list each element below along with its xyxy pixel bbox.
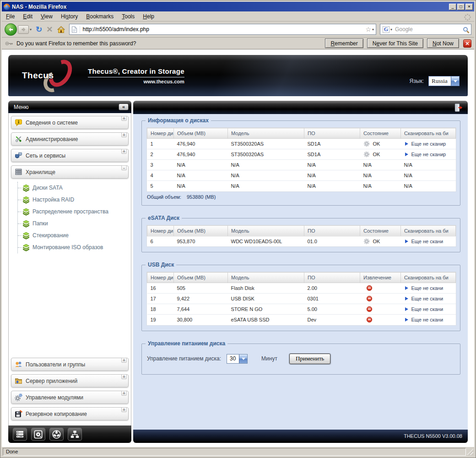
- expand-toggle-icon[interactable]: +: [121, 132, 127, 137]
- table-cell: 2.00: [304, 283, 360, 294]
- expand-toggle-icon[interactable]: +: [121, 407, 127, 412]
- table-row: 16505Flash Disk2.00Еще не скани: [147, 283, 456, 294]
- sidebar-item-распределение-пространства[interactable]: Распределение пространства: [18, 206, 129, 218]
- minutes-select[interactable]: 30: [227, 354, 248, 364]
- sidebar-item-папки[interactable]: Папки: [18, 218, 129, 229]
- eject-icon[interactable]: [366, 295, 373, 302]
- sidebar-section-администрирование[interactable]: Администрирование+: [11, 132, 129, 146]
- disk-status-button[interactable]: [31, 428, 45, 441]
- menu-item-help[interactable]: Help: [139, 12, 158, 21]
- remember-button[interactable]: Remember: [325, 38, 363, 48]
- sidebar-collapse-button[interactable]: «: [119, 104, 129, 110]
- play-icon[interactable]: [405, 286, 408, 290]
- main-content: Информация о дискахНомер диОбъем (MB)Мод…: [133, 114, 468, 430]
- menu-item-view[interactable]: View: [37, 12, 57, 21]
- sidebar-section-сведения-о-системе[interactable]: Сведения о системе+: [11, 116, 129, 129]
- eject-icon[interactable]: [366, 316, 373, 323]
- expand-toggle-icon[interactable]: +: [121, 374, 127, 379]
- table-row: 2476,940ST3500320ASSD1AOKЕще не сканир: [147, 149, 456, 160]
- table-cell: STORE N GO: [228, 304, 304, 315]
- apply-button[interactable]: Применить: [289, 354, 330, 364]
- maximize-button[interactable]: □: [457, 4, 465, 10]
- scan-status-text: Еще не скани: [411, 239, 444, 244]
- sidebar-section-label: Пользователи и группы: [26, 361, 85, 368]
- forward-button[interactable]: [18, 25, 29, 34]
- scan-link[interactable]: Еще не сканир: [404, 152, 456, 157]
- never-for-this-site-button[interactable]: Never for This Site: [367, 38, 423, 48]
- resize-grip[interactable]: [467, 449, 473, 455]
- play-icon[interactable]: [405, 307, 408, 311]
- server-status-button[interactable]: [13, 428, 27, 441]
- sidebar-item-настройка-raid[interactable]: Настройка RAID: [18, 194, 129, 206]
- play-icon[interactable]: [405, 240, 408, 243]
- scan-link[interactable]: Еще не скани: [404, 296, 456, 301]
- menu-item-history[interactable]: History: [57, 12, 82, 21]
- search-engine-caret[interactable]: ▾: [390, 27, 392, 32]
- bookmark-star-icon[interactable]: ☆: [365, 26, 371, 33]
- network-status-button[interactable]: [68, 428, 82, 441]
- sidebar-item-монтирование-iso-образов[interactable]: Монтирование ISO образов: [18, 241, 129, 253]
- menu-item-tools[interactable]: Tools: [118, 12, 139, 21]
- play-icon[interactable]: [405, 297, 408, 300]
- search-box[interactable]: G ▾ Google: [380, 24, 471, 35]
- sidebar-item-диски-sata[interactable]: Диски SATA: [18, 182, 129, 194]
- window-title: NAS - Mozilla Firefox: [12, 4, 448, 10]
- minimize-button[interactable]: _: [449, 4, 456, 10]
- expand-toggle-icon[interactable]: +: [121, 149, 127, 154]
- logout-icon[interactable]: [453, 103, 463, 113]
- back-button[interactable]: [5, 23, 17, 36]
- home-button[interactable]: [57, 26, 65, 33]
- scan-link[interactable]: Еще не сканир: [404, 141, 456, 147]
- sidebar-section-сеть-и-сервисы[interactable]: Сеть и сервисы+: [11, 149, 129, 162]
- eject-icon[interactable]: [366, 285, 373, 291]
- url-dropdown-caret[interactable]: ▾: [372, 27, 374, 32]
- total-capacity-line: Общий объем:953880 (MB): [147, 194, 454, 200]
- tools-icon: [15, 135, 23, 143]
- sidebar-section-пользователи-и-группы[interactable]: Пользователи и группы+: [11, 358, 129, 371]
- notification-close-button[interactable]: ✕: [463, 39, 471, 48]
- menu-item-edit[interactable]: Edit: [19, 12, 37, 21]
- expand-toggle-icon[interactable]: +: [121, 391, 127, 396]
- chevron-down-icon[interactable]: [239, 354, 247, 363]
- scan-link[interactable]: Еще не скани: [404, 285, 456, 291]
- sidebar-section-хранилище[interactable]: Хранилище-: [11, 165, 129, 179]
- main-topbar: [133, 101, 468, 114]
- expand-toggle-icon[interactable]: -: [121, 165, 127, 170]
- tagline-text: Thecus®, Creator in Storage: [88, 67, 184, 77]
- table-cell: SD1A: [304, 139, 360, 149]
- sidebar-section-управление-модулями[interactable]: Управление модулями+: [11, 391, 129, 404]
- menu-item-file[interactable]: File: [2, 12, 19, 21]
- expand-toggle-icon[interactable]: +: [121, 116, 127, 121]
- play-icon[interactable]: [405, 142, 408, 146]
- title-bar[interactable]: NAS - Mozilla Firefox _ □ ×: [2, 2, 474, 11]
- language-value: Russia: [429, 76, 451, 86]
- table-row: 5N/AN/AN/AN/AN/A: [147, 181, 456, 191]
- website-text: www.thecus.com: [88, 79, 184, 84]
- scan-link[interactable]: Еще не скани: [404, 306, 456, 312]
- address-bar[interactable]: http://n5500/adm/index.php ☆ ▾: [69, 24, 376, 35]
- eject-icon[interactable]: [366, 306, 373, 312]
- chevron-down-icon[interactable]: [451, 76, 459, 86]
- sidebar-item-стекирование[interactable]: Стекирование: [18, 229, 129, 241]
- language-select[interactable]: Russia: [428, 76, 460, 86]
- reload-button[interactable]: ↻: [36, 25, 42, 34]
- menu-item-bookmarks[interactable]: Bookmarks: [82, 12, 118, 21]
- expand-toggle-icon[interactable]: +: [121, 358, 127, 363]
- scan-link[interactable]: Еще не скани: [404, 239, 456, 244]
- not-now-button[interactable]: Not Now: [427, 38, 459, 48]
- search-input[interactable]: Google: [395, 26, 463, 33]
- search-icon[interactable]: [463, 27, 468, 32]
- column-header: Объем (MB): [174, 128, 228, 139]
- url-text[interactable]: http://n5500/adm/index.php: [83, 26, 366, 33]
- fan-status-button[interactable]: [49, 428, 64, 441]
- history-dropdown-caret[interactable]: ▾: [30, 27, 32, 32]
- close-button[interactable]: ×: [465, 4, 473, 10]
- sidebar-section-резервное-копирование[interactable]: Резервное копирование+: [11, 407, 129, 420]
- play-icon[interactable]: [405, 318, 408, 322]
- sidebar-section-сервер-приложений[interactable]: Сервер приложений+: [11, 374, 129, 387]
- scan-link[interactable]: Еще не скани: [404, 317, 456, 322]
- play-icon[interactable]: [405, 153, 408, 156]
- table-cell: 5: [147, 181, 174, 191]
- stop-button[interactable]: ✕: [46, 25, 53, 34]
- forward-arrow-icon: [21, 27, 27, 33]
